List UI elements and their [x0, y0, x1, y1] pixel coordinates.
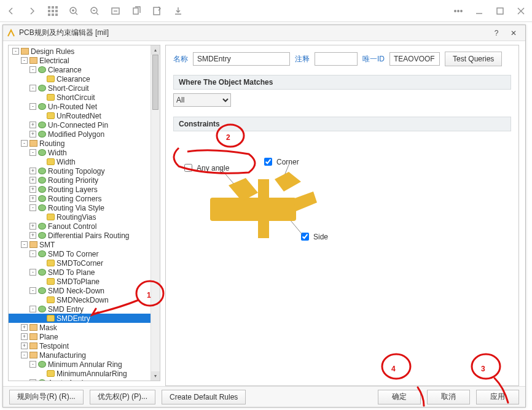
name-label: 名称 [173, 54, 188, 64]
tree-node-label: Width [57, 158, 76, 166]
comment-input[interactable] [315, 52, 358, 66]
dialog-icon [7, 29, 15, 37]
tree-node[interactable]: -Short-Circuit [9, 83, 160, 93]
rule-icon [47, 260, 55, 266]
rule-icon [38, 177, 46, 184]
tree-node[interactable]: SMDToCorner [9, 258, 160, 268]
help-button[interactable]: ? [488, 26, 504, 40]
more-icon[interactable] [453, 6, 463, 16]
tree-node[interactable]: -Electrical [9, 56, 160, 65]
forward-icon[interactable] [27, 6, 37, 16]
ok-button[interactable]: 确定 [378, 390, 421, 404]
folder-icon [21, 48, 29, 55]
tree-node[interactable]: +Fanout Control [9, 222, 160, 231]
rule-icon [38, 195, 46, 202]
tree-node-label: Modified Polygon [48, 130, 104, 139]
rule-icon [38, 131, 46, 137]
tree-node[interactable]: -Design Rules [9, 47, 160, 56]
tree-node[interactable]: SMDNeckDown [9, 295, 160, 304]
apply-button[interactable]: 应用 [476, 390, 519, 404]
tree-node-label: Clearance [57, 75, 90, 83]
tree-node[interactable]: -SMD To Plane [9, 268, 160, 277]
tree-node[interactable]: +Routing Priority [9, 176, 160, 185]
tree-node-label: SMDToPlane [57, 277, 100, 286]
tree-node[interactable]: +Differential Pairs Routing [9, 231, 160, 240]
tree-node[interactable]: +Mask [9, 323, 160, 332]
tree-node[interactable]: MinimumAnnularRing [9, 369, 160, 378]
tree-node[interactable]: -SMT [9, 240, 160, 249]
rule-icon [47, 278, 55, 285]
rule-icon [38, 66, 46, 73]
scrollbar-thumb[interactable] [152, 55, 158, 110]
rule-icon [47, 112, 55, 119]
tree-node[interactable]: +Routing Corners [9, 194, 160, 203]
tree-node[interactable]: -SMD To Corner [9, 249, 160, 258]
tree-node[interactable]: +Modified Polygon [9, 130, 160, 139]
minimize-icon[interactable] [474, 6, 484, 16]
tree-node[interactable]: +Routing Layers [9, 185, 160, 194]
tree-node[interactable]: -Routing Via Style [9, 203, 160, 212]
fit-width-icon[interactable] [111, 6, 120, 16]
tree-node-label: Mask [39, 323, 57, 332]
tree-node-label: SMD Neck-Down [48, 287, 104, 295]
svg-rect-13 [258, 179, 269, 198]
create-defaults-button[interactable]: Create Default Rules [162, 390, 246, 404]
name-input[interactable] [193, 52, 290, 66]
tree-node[interactable]: -Width [9, 148, 160, 157]
tree-node[interactable]: Clearance [9, 74, 160, 83]
svg-rect-4 [154, 7, 160, 15]
tree-node[interactable]: RoutingVias [9, 212, 160, 222]
where-select[interactable]: All [173, 93, 231, 107]
tree-node[interactable]: -Manufacturing [9, 350, 160, 360]
rule-icon [38, 168, 46, 174]
tree-node[interactable]: +Routing Topology [9, 166, 160, 176]
tree-node-label: SMD To Corner [48, 250, 98, 258]
tree-node-label: Fanout Control [48, 222, 96, 231]
tree-node[interactable]: SMDEntry [9, 314, 160, 323]
grid-icon[interactable] [48, 6, 58, 16]
tree-node[interactable]: -Acute Angle [9, 378, 160, 381]
zoom-in-icon[interactable] [69, 6, 79, 16]
close-icon[interactable] [516, 6, 526, 16]
tree-node[interactable]: UnRoutedNet [9, 111, 160, 120]
tree-node-label: SMT [39, 241, 55, 249]
svg-rect-3 [133, 8, 138, 14]
back-icon[interactable] [6, 6, 16, 16]
copy-icon[interactable] [131, 6, 141, 16]
download-icon[interactable] [173, 6, 183, 16]
svg-point-6 [458, 10, 459, 11]
tree-scrollbar[interactable]: ▴ ▾ [151, 45, 160, 381]
cancel-button[interactable]: 取消 [427, 390, 470, 404]
maximize-icon[interactable] [495, 6, 505, 16]
tree-node[interactable]: -Un-Routed Net [9, 102, 160, 111]
tree-node-label: Differential Pairs Routing [48, 231, 130, 240]
rule-wizard-button[interactable]: 规则向导(R) (R)... [9, 390, 84, 404]
svg-rect-12 [210, 198, 296, 221]
test-queries-button[interactable]: Test Queries [445, 52, 502, 66]
rules-tree[interactable]: -Design Rules-Electrical-ClearanceCleara… [8, 45, 160, 381]
priority-button[interactable]: 优先权(P) (P)... [90, 390, 155, 404]
folder-icon [29, 342, 37, 349]
svg-rect-8 [497, 8, 503, 14]
rule-icon [38, 232, 46, 239]
tree-node-label: Width [48, 149, 67, 157]
tree-node[interactable]: Width [9, 157, 160, 166]
uid-input[interactable] [389, 52, 440, 66]
tree-node[interactable]: SMDToPlane [9, 277, 160, 286]
dialog-title: PCB规则及约束编辑器 [mil] [19, 28, 485, 38]
tree-node[interactable]: -SMD Entry [9, 304, 160, 314]
dialog-close-button[interactable]: ✕ [506, 26, 522, 40]
tree-node[interactable]: ShortCircuit [9, 93, 160, 102]
tree-node[interactable]: +Un-Connected Pin [9, 120, 160, 130]
tree-node[interactable]: -Clearance [9, 65, 160, 74]
edit-icon[interactable] [152, 6, 162, 16]
zoom-out-icon[interactable] [90, 6, 100, 16]
tree-node[interactable]: -Minimum Annular Ring [9, 360, 160, 369]
tree-node[interactable]: -Routing [9, 139, 160, 148]
tree-node[interactable]: +Plane [9, 332, 160, 341]
tree-node[interactable]: +Testpoint [9, 341, 160, 350]
rule-icon [38, 223, 46, 230]
tree-node-label: SMDEntry [57, 314, 90, 323]
tree-node[interactable]: -SMD Neck-Down [9, 286, 160, 295]
dialog-titlebar[interactable]: PCB规则及约束编辑器 [mil] ? ✕ [3, 25, 525, 41]
